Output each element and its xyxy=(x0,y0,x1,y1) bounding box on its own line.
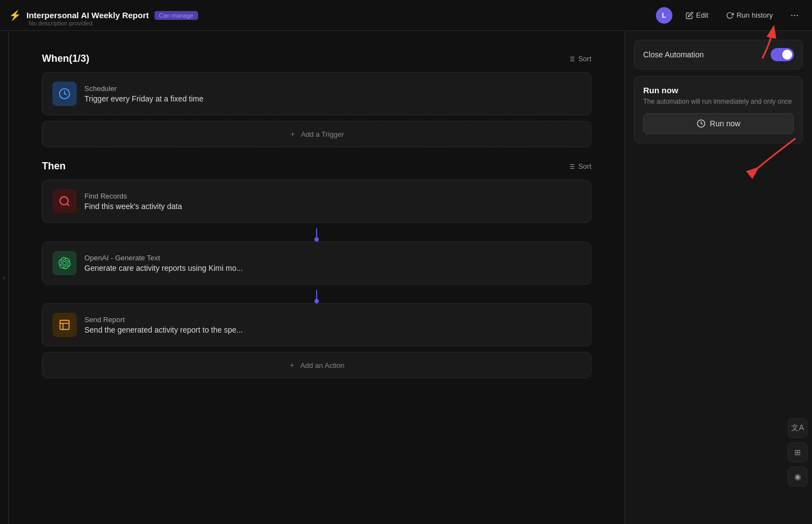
send-report-description: Send the generated activity report to th… xyxy=(84,325,243,334)
when-section-header: When(1/3) Sort xyxy=(42,53,591,65)
face-icon-btn[interactable]: ◉ xyxy=(788,467,808,486)
openai-label: OpenAI - Generate Text xyxy=(84,254,243,262)
scheduler-label: Scheduler xyxy=(84,84,204,93)
find-records-card[interactable]: Find Records Find this week's activity d… xyxy=(42,180,591,223)
history-icon xyxy=(726,12,734,19)
run-now-panel: Run now The automation will run immediat… xyxy=(634,76,803,143)
scheduler-card[interactable]: Scheduler Trigger every Friday at a fixe… xyxy=(42,72,591,115)
close-automation-toggle[interactable] xyxy=(771,48,794,61)
edit-button[interactable]: Edit xyxy=(681,8,713,22)
svg-rect-12 xyxy=(60,320,70,330)
run-now-button[interactable]: Run now xyxy=(643,113,794,134)
close-automation-label: Close Automation xyxy=(643,50,704,59)
left-panel: ‹ xyxy=(0,31,9,524)
find-records-text: Find Records Find this week's activity d… xyxy=(84,192,182,211)
run-now-title: Run now xyxy=(643,85,794,95)
scheduler-card-text: Scheduler Trigger every Friday at a fixe… xyxy=(84,84,204,103)
right-panel: Close Automation Run now The automation … xyxy=(624,31,812,524)
run-history-button[interactable]: Run history xyxy=(722,8,777,22)
then-sort-icon xyxy=(568,163,575,170)
add-action-button[interactable]: ＋ Add an Action xyxy=(42,352,591,378)
connector-1 xyxy=(42,228,591,239)
more-button[interactable]: ··· xyxy=(786,7,803,24)
connector-2 xyxy=(42,290,591,301)
page-title: Interpersonal AI Weekly Report xyxy=(26,10,149,20)
scheduler-description: Trigger every Friday at a fixed time xyxy=(84,94,204,103)
header-right: L Edit Run history ··· xyxy=(656,7,803,24)
toggle-thumb xyxy=(782,50,792,60)
then-section: Then Sort Find Records Find this week's … xyxy=(42,161,591,378)
face-icon: ◉ xyxy=(794,472,801,481)
find-records-icon xyxy=(52,189,77,213)
openai-card[interactable]: OpenAI - Generate Text Generate care act… xyxy=(42,242,591,285)
avatar: L xyxy=(656,7,672,24)
canvas: When(1/3) Sort Scheduler Trigger every F… xyxy=(9,31,624,524)
add-trigger-button[interactable]: ＋ Add a Trigger xyxy=(42,121,591,147)
send-report-label: Send Report xyxy=(84,316,243,324)
openai-icon xyxy=(52,251,77,275)
openai-description: Generate care activity reports using Kim… xyxy=(84,264,243,272)
translate-icon-btn[interactable]: 文A xyxy=(788,418,808,438)
connector-dot-1 xyxy=(314,237,319,242)
right-sidebar-icons: 文A ⊞ ◉ xyxy=(783,414,812,491)
main-layout: ‹ When(1/3) Sort Scheduler Trigger every… xyxy=(0,31,812,524)
when-sort-button[interactable]: Sort xyxy=(568,55,591,63)
sort-icon xyxy=(568,55,575,63)
app-icon: ⚡ xyxy=(9,9,21,22)
add-trigger-plus: ＋ xyxy=(289,129,296,139)
header-description: No description provided xyxy=(29,20,93,26)
find-records-label: Find Records xyxy=(84,192,182,200)
then-section-header: Then Sort xyxy=(42,161,591,172)
grid-icon-btn[interactable]: ⊞ xyxy=(788,442,808,462)
run-now-description: The automation will run immediately and … xyxy=(643,98,794,105)
close-automation-row: Close Automation xyxy=(634,40,803,69)
connector-line-2 xyxy=(316,290,317,301)
run-now-icon xyxy=(697,119,706,128)
scheduler-icon xyxy=(52,82,77,106)
send-report-icon xyxy=(52,313,77,337)
send-report-text: Send Report Send the generated activity … xyxy=(84,316,243,334)
when-title: When(1/3) xyxy=(42,53,89,65)
grid-icon: ⊞ xyxy=(794,448,801,457)
collapse-icon[interactable]: ‹ xyxy=(3,274,6,281)
connector-dot-2 xyxy=(314,299,319,303)
add-action-plus: ＋ xyxy=(289,360,296,370)
svg-point-10 xyxy=(60,197,68,205)
then-title: Then xyxy=(42,161,66,172)
translate-icon: 文A xyxy=(791,423,804,433)
svg-line-11 xyxy=(67,204,69,206)
header: ⚡ Interpersonal AI Weekly Report Can man… xyxy=(0,0,812,31)
then-sort-button[interactable]: Sort xyxy=(568,162,591,170)
send-report-card[interactable]: Send Report Send the generated activity … xyxy=(42,303,591,346)
manage-badge: Can manage xyxy=(154,11,198,20)
find-records-description: Find this week's activity data xyxy=(84,202,182,211)
connector-line-1 xyxy=(316,228,317,239)
openai-card-text: OpenAI - Generate Text Generate care act… xyxy=(84,254,243,272)
edit-icon xyxy=(686,12,693,19)
